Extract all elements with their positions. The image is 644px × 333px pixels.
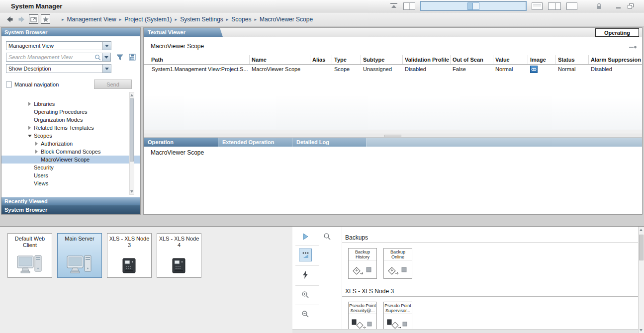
column-header-alarm-suppression[interactable]: Alarm Suppression (588, 55, 642, 64)
expand-icon[interactable] (33, 141, 40, 147)
tile-pseudo-point-security[interactable]: Pseudo Point Security@... (348, 302, 377, 330)
search-input[interactable] (6, 54, 93, 61)
search-icon[interactable] (94, 54, 101, 61)
system-browser-bottom-bar[interactable]: System Browser (1, 205, 140, 214)
layout-split-icon[interactable] (403, 2, 415, 10)
lock-icon (596, 2, 602, 10)
play-button[interactable] (299, 231, 311, 243)
column-header-image[interactable]: Image (528, 55, 555, 64)
column-header-out-of-scan[interactable]: Out of Scan (450, 55, 493, 64)
tree-item-authorization[interactable]: Authorization (1, 140, 140, 148)
column-header-name[interactable]: Name (249, 55, 310, 64)
expand-icon[interactable] (26, 101, 33, 107)
link-icon[interactable] (530, 66, 538, 73)
table-row[interactable]: System1.Management View:Project.S... Mac… (144, 65, 642, 74)
backup-icon (387, 265, 409, 277)
save-icon[interactable] (129, 54, 136, 61)
column-header-type[interactable]: Type (332, 55, 361, 64)
collapse-panels-icon[interactable] (390, 2, 398, 9)
tree-item-label: Security (34, 165, 54, 170)
node-tile-xls-node-4[interactable]: XLS - XLS Node 4 (157, 233, 201, 278)
tree-item-scopes[interactable]: Scopes (1, 132, 140, 140)
gallery-h-scrollbar[interactable] (292, 329, 638, 333)
layout-dual-icon[interactable] (548, 2, 561, 10)
tab-operation[interactable]: Operation (144, 138, 218, 147)
node-tile-main-server[interactable]: Main Server (57, 233, 102, 278)
forward-button[interactable] (16, 14, 27, 25)
tree-item-organization-modes[interactable]: Organization Modes (1, 116, 140, 124)
tree-item-label: MacroViewer Scope (41, 157, 90, 163)
tab-textual-viewer[interactable]: Textual Viewer (144, 28, 218, 37)
breadcrumb-item-scopes[interactable]: Scopes (231, 16, 251, 23)
breadcrumb-item-system-settings[interactable]: System Settings (180, 16, 223, 23)
view-selector[interactable]: Management View (6, 41, 111, 50)
toolbar-divider (295, 285, 319, 286)
actions-button[interactable] (299, 269, 311, 281)
breadcrumb-item-project[interactable]: Project (System1) (124, 16, 172, 23)
column-header-path[interactable]: Path (144, 55, 249, 64)
search-dropdown-icon[interactable] (102, 53, 110, 61)
tree-item-block-command-scopes[interactable]: Block Command Scopes (1, 148, 140, 156)
operating-button[interactable]: Operating (595, 28, 639, 37)
panel-splitter[interactable] (144, 134, 642, 138)
layout-browser-icon[interactable] (421, 1, 526, 10)
table-h-scrollbar[interactable] (144, 130, 642, 134)
column-header-status[interactable]: Status (555, 55, 588, 64)
cell-out-of-scan: False (450, 65, 493, 74)
minimize-button[interactable] (616, 3, 622, 9)
tile-backup-history[interactable]: Backup History (348, 248, 377, 279)
column-header-subtype[interactable]: Subtype (361, 55, 402, 64)
toolbar-divider (295, 245, 319, 246)
gallery-v-scrollbar[interactable] (638, 227, 644, 333)
expand-icon-placeholder (26, 172, 33, 178)
filter-icon[interactable] (116, 54, 123, 61)
layout-single-icon[interactable] (532, 2, 543, 10)
description-selector[interactable]: Show Description (6, 64, 111, 73)
expand-icon[interactable] (33, 149, 40, 155)
tree-item-related-items-templates[interactable]: Related Items Templates (1, 124, 140, 132)
textual-viewer-panel: Textual Viewer Operating MacroViewer Sco… (143, 27, 643, 215)
breadcrumb-item-management-view[interactable]: Management View (67, 16, 116, 23)
tree-item-libraries[interactable]: Libraries (1, 100, 140, 108)
tree-item-macroviewer-scope[interactable]: MacroViewer Scope (1, 156, 140, 164)
tab-extended-operation[interactable]: Extended Operation (218, 138, 292, 147)
tile-pseudo-point-supervisor[interactable]: Pseudo Point Supervisor... (383, 302, 412, 330)
column-header-validation-profile[interactable]: Validation Profile (402, 55, 450, 64)
node-tile-xls-node-3[interactable]: XLS - XLS Node 3 (107, 233, 152, 278)
back-button[interactable] (4, 14, 15, 25)
chevron-down-icon[interactable] (102, 42, 111, 50)
description-selector-value: Show Description (6, 66, 102, 72)
splitter-grip-icon[interactable] (384, 135, 401, 137)
search-button[interactable] (321, 231, 333, 243)
tree-item-security[interactable]: Security (1, 164, 140, 171)
manual-navigation-checkbox[interactable] (6, 82, 12, 87)
tree-item-views[interactable]: Views (1, 179, 140, 187)
system-browser-header: System Browser (1, 28, 140, 36)
tree-item-users[interactable]: Users (1, 171, 140, 179)
expand-icon[interactable] (26, 125, 33, 131)
display-mode-icon (301, 251, 309, 259)
zoom-in-button[interactable] (299, 289, 311, 301)
column-header-value[interactable]: Value (493, 55, 528, 64)
column-header-alias[interactable]: Alias (310, 55, 332, 64)
tree-scrollbar[interactable] (129, 92, 134, 195)
restore-button[interactable] (627, 3, 634, 9)
zoom-out-button[interactable] (299, 308, 311, 320)
node-tile-default-web-client[interactable]: Default Web Client (7, 233, 52, 278)
cell-status: Normal (555, 65, 588, 74)
recently-viewed-bar[interactable]: Recently Viewed (1, 197, 140, 205)
tree-item-operating-procedures[interactable]: Operating Procedures (1, 108, 140, 116)
layout-blank-icon[interactable] (566, 2, 577, 10)
zoom-out-icon (301, 310, 309, 318)
breadcrumb: ▸ Management View ▸ Project (System1) ▸ … (59, 16, 313, 23)
send-button[interactable]: Send (94, 80, 132, 89)
tile-backup-online[interactable]: Backup Online (383, 248, 412, 279)
chevron-down-icon[interactable] (102, 65, 111, 73)
display-mode-button[interactable] (299, 249, 312, 261)
collapse-icon[interactable] (26, 133, 33, 139)
float-view-button[interactable] (29, 14, 38, 24)
breadcrumb-item-macroviewer-scope[interactable]: MacroViewer Scope (260, 16, 313, 23)
tab-detailed-log[interactable]: Detailed Log (292, 138, 367, 147)
favorites-button[interactable] (41, 14, 50, 24)
pin-icon[interactable] (629, 44, 637, 51)
